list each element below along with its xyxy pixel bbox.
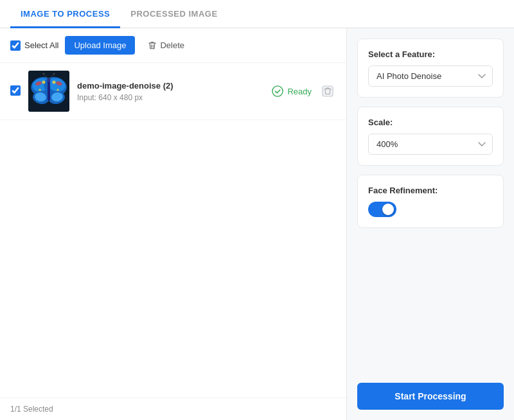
tab-image-to-process[interactable]: IMAGE TO PROCESS [10, 0, 120, 28]
image-list: demo-image-denoise (2) Input: 640 x 480 … [0, 63, 346, 398]
select-all-checkbox[interactable]: Select All [10, 40, 58, 51]
upload-button[interactable]: Upload Image [65, 36, 135, 55]
status-badge: Ready [272, 85, 312, 97]
scale-card: Scale: 100% 200% 400% 800% [357, 107, 504, 166]
left-panel: Select All Upload Image Delete [0, 28, 347, 420]
select-all-input[interactable] [10, 40, 21, 51]
image-thumbnail [28, 71, 69, 112]
svg-point-15 [57, 89, 59, 91]
feature-card: Select a Feature: AI Photo Denoise AI Su… [357, 39, 504, 98]
feature-label: Select a Feature: [368, 49, 493, 59]
delete-row-icon [322, 85, 333, 97]
svg-point-13 [53, 81, 56, 84]
select-all-label: Select All [24, 40, 58, 50]
spacer [357, 237, 504, 374]
toggle-container [368, 202, 493, 217]
tab-processed-image[interactable]: PROCESSED IMAGE [120, 0, 227, 28]
toolbar: Select All Upload Image Delete [0, 28, 346, 63]
toggle-slider [368, 202, 396, 217]
trash-icon [148, 41, 157, 50]
delete-button[interactable]: Delete [141, 36, 191, 55]
svg-rect-23 [323, 86, 333, 96]
scale-label: Scale: [368, 118, 493, 127]
image-info: demo-image-denoise (2) Input: 640 x 480 … [77, 81, 264, 102]
feature-select[interactable]: AI Photo Denoise AI Super Resolution AI … [368, 66, 493, 87]
svg-point-21 [53, 73, 55, 75]
tabs-bar: IMAGE TO PROCESS PROCESSED IMAGE [0, 0, 514, 28]
face-refinement-card: Face Refinement: [357, 175, 504, 228]
app-container: IMAGE TO PROCESS PROCESSED IMAGE Select … [0, 0, 514, 420]
check-circle-icon [272, 85, 283, 97]
main-content: Select All Upload Image Delete [0, 28, 514, 420]
delete-label: Delete [160, 40, 184, 50]
image-name: demo-image-denoise (2) [77, 81, 264, 91]
selected-count: 1/1 Selected [10, 405, 53, 414]
right-panel: Select a Feature: AI Photo Denoise AI Su… [347, 28, 514, 420]
delete-row-button[interactable] [319, 83, 336, 100]
status-bar: 1/1 Selected [0, 398, 346, 420]
face-refinement-toggle[interactable] [368, 202, 396, 217]
table-row: demo-image-denoise (2) Input: 640 x 480 … [0, 63, 346, 120]
svg-point-12 [42, 81, 46, 84]
svg-point-20 [43, 73, 45, 75]
row-checkbox-input[interactable] [10, 85, 21, 96]
svg-point-14 [39, 89, 41, 91]
status-text: Ready [287, 87, 312, 96]
face-refinement-label: Face Refinement: [368, 186, 493, 195]
row-checkbox[interactable] [10, 85, 21, 98]
svg-rect-16 [48, 80, 50, 101]
scale-select[interactable]: 100% 200% 400% 800% [368, 134, 493, 155]
start-processing-button[interactable]: Start Processing [357, 383, 504, 410]
image-meta: Input: 640 x 480 px [77, 93, 264, 102]
svg-point-22 [272, 86, 283, 96]
